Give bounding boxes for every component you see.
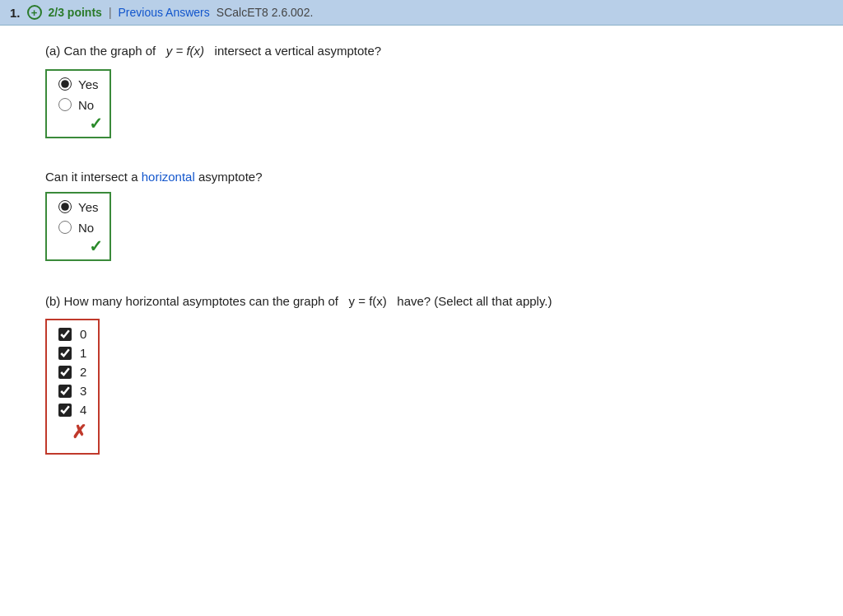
part-b-q: How many horizontal asymptotes can the g…: [64, 294, 346, 308]
part-b-q-end: have? (Select all that apply.): [390, 294, 552, 308]
checkbox-2[interactable]: [58, 366, 72, 379]
part-a-section: (a) Can the graph of y = f(x) intersect …: [45, 42, 798, 155]
divider: |: [109, 6, 112, 19]
question2-text: Can it intersect a horizontal asymptote?: [45, 170, 798, 184]
correct-checkmark-1: ✓: [89, 114, 103, 133]
no-radio-1[interactable]: [58, 98, 72, 111]
no-label-1: No: [78, 98, 94, 112]
question1-pre: Can the graph of: [64, 44, 163, 58]
part-b-question-text: (b) How many horizontal asymptotes can t…: [45, 292, 798, 311]
header-bar: 1. + 2/3 points | Previous Answers SCalc…: [0, 0, 843, 26]
yes-radio-2[interactable]: [58, 200, 72, 213]
no-option-1[interactable]: No: [58, 98, 98, 112]
part-b-checkbox-box: 0 1 2 3 4 ✗: [45, 319, 100, 455]
no-option-2[interactable]: No: [58, 221, 98, 235]
checkbox-label-2: 2: [80, 365, 86, 379]
horizontal-asymptote-box: Yes No ✓: [45, 192, 111, 261]
prev-answers-link[interactable]: Previous Answers: [119, 6, 210, 19]
no-radio-2[interactable]: [58, 221, 72, 234]
problem-code: SCalcET8 2.6.002.: [217, 6, 314, 19]
yes-label-1: Yes: [78, 77, 98, 91]
checkbox-option-4[interactable]: 4: [58, 403, 86, 417]
question2-end: asymptote?: [198, 170, 263, 184]
vertical-asymptote-box: Yes No ✓: [45, 69, 111, 138]
yes-label-2: Yes: [78, 200, 98, 214]
checkbox-option-2[interactable]: 2: [58, 365, 86, 379]
wrong-xmark: ✗: [58, 422, 86, 443]
main-content: (a) Can the graph of y = f(x) intersect …: [0, 26, 843, 486]
no-label-2: No: [78, 221, 94, 235]
checkbox-label-0: 0: [80, 327, 86, 341]
checkbox-0[interactable]: [58, 328, 72, 341]
checkbox-option-0[interactable]: 0: [58, 327, 86, 341]
part-a-q2-section: Can it intersect a horizontal asymptote?…: [45, 170, 798, 278]
yes-option-1[interactable]: Yes: [58, 77, 98, 91]
part-b-section: (b) How many horizontal asymptotes can t…: [45, 292, 798, 455]
question2-pre: Can it intersect a: [45, 170, 138, 184]
question1-end: intersect a vertical asymptote?: [207, 44, 381, 58]
plus-icon: +: [27, 5, 42, 20]
checkbox-3[interactable]: [58, 385, 72, 398]
yes-radio-1[interactable]: [58, 77, 72, 91]
part-a-label: (a): [45, 44, 60, 58]
part-b-math: y = f(x): [349, 294, 387, 308]
points-badge: 2/3 points: [49, 6, 102, 19]
question-number: 1.: [10, 6, 21, 20]
checkbox-4[interactable]: [58, 404, 72, 417]
checkbox-label-3: 3: [80, 384, 86, 398]
part-b-label: (b): [45, 294, 60, 308]
question1-text: (a) Can the graph of y = f(x) intersect …: [45, 42, 798, 61]
yes-option-2[interactable]: Yes: [58, 200, 98, 214]
checkbox-label-4: 4: [80, 403, 86, 417]
question2-hl: horizontal: [142, 170, 195, 184]
math1: y = f(x): [166, 44, 204, 58]
checkbox-option-1[interactable]: 1: [58, 346, 86, 360]
checkbox-label-1: 1: [80, 346, 86, 360]
correct-checkmark-2: ✓: [89, 236, 103, 256]
checkbox-1[interactable]: [58, 347, 72, 360]
checkbox-option-3[interactable]: 3: [58, 384, 86, 398]
